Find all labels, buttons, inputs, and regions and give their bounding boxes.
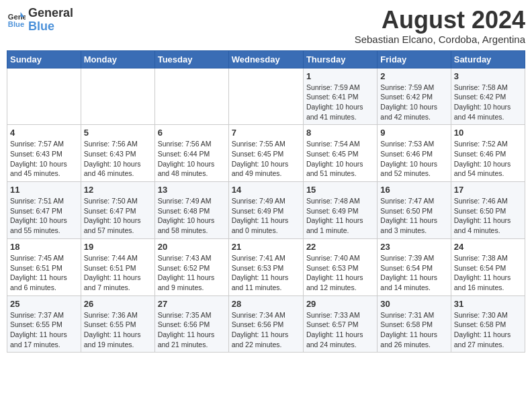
calendar-cell: 19Sunrise: 7:44 AM Sunset: 6:51 PM Dayli… [81,238,154,295]
day-info: Sunrise: 7:55 AM Sunset: 6:45 PM Dayligh… [232,139,300,179]
day-number: 27 [158,299,226,309]
calendar-cell: 16Sunrise: 7:47 AM Sunset: 6:50 PM Dayli… [378,182,451,239]
day-info: Sunrise: 7:49 AM Sunset: 6:49 PM Dayligh… [232,196,300,236]
calendar-cell [228,68,303,125]
day-number: 30 [380,299,447,309]
day-number: 15 [306,185,374,195]
day-number: 23 [380,242,447,252]
weekday-monday: Monday [81,50,154,68]
day-info: Sunrise: 7:51 AM Sunset: 6:47 PM Dayligh… [10,196,78,236]
day-number: 28 [232,299,300,309]
calendar-week-3: 11Sunrise: 7:51 AM Sunset: 6:47 PM Dayli… [7,182,525,239]
day-number: 10 [454,128,522,138]
day-info: Sunrise: 7:59 AM Sunset: 6:42 PM Dayligh… [380,83,447,122]
day-info: Sunrise: 7:39 AM Sunset: 6:54 PM Dayligh… [380,253,447,293]
day-number: 13 [158,185,226,195]
calendar-cell: 2Sunrise: 7:59 AM Sunset: 6:42 PM Daylig… [378,68,451,125]
page-header: General Blue General Blue August 2024 Se… [7,7,525,45]
calendar-cell: 9Sunrise: 7:53 AM Sunset: 6:46 PM Daylig… [378,125,451,182]
calendar-cell: 14Sunrise: 7:49 AM Sunset: 6:49 PM Dayli… [228,182,303,239]
calendar-cell: 7Sunrise: 7:55 AM Sunset: 6:45 PM Daylig… [228,125,303,182]
calendar-table: SundayMondayTuesdayWednesdayThursdayFrid… [7,50,525,353]
day-info: Sunrise: 7:41 AM Sunset: 6:53 PM Dayligh… [232,253,300,293]
calendar-cell: 6Sunrise: 7:56 AM Sunset: 6:44 PM Daylig… [154,125,228,182]
calendar-cell: 20Sunrise: 7:43 AM Sunset: 6:52 PM Dayli… [154,238,228,295]
day-number: 21 [232,242,300,252]
day-number: 4 [10,128,78,138]
month-year-title: August 2024 [355,7,525,34]
day-number: 5 [84,128,152,138]
day-info: Sunrise: 7:34 AM Sunset: 6:56 PM Dayligh… [232,310,300,350]
day-number: 1 [306,71,374,81]
calendar-cell: 1Sunrise: 7:59 AM Sunset: 6:41 PM Daylig… [303,68,377,125]
day-info: Sunrise: 7:30 AM Sunset: 6:58 PM Dayligh… [454,310,522,350]
calendar-cell: 23Sunrise: 7:39 AM Sunset: 6:54 PM Dayli… [378,238,451,295]
day-number: 29 [306,299,374,309]
calendar-week-5: 25Sunrise: 7:37 AM Sunset: 6:55 PM Dayli… [7,295,525,353]
day-info: Sunrise: 7:53 AM Sunset: 6:46 PM Dayligh… [380,139,447,179]
weekday-sunday: Sunday [7,50,81,68]
calendar-body: 1Sunrise: 7:59 AM Sunset: 6:41 PM Daylig… [7,68,525,353]
calendar-cell: 22Sunrise: 7:40 AM Sunset: 6:53 PM Dayli… [303,238,377,295]
logo-icon: General Blue [7,11,26,30]
day-info: Sunrise: 7:43 AM Sunset: 6:52 PM Dayligh… [158,253,226,293]
day-info: Sunrise: 7:54 AM Sunset: 6:45 PM Dayligh… [306,139,374,179]
day-info: Sunrise: 7:44 AM Sunset: 6:51 PM Dayligh… [84,253,152,293]
day-number: 9 [380,128,447,138]
weekday-tuesday: Tuesday [154,50,228,68]
day-number: 14 [232,185,300,195]
weekday-header-row: SundayMondayTuesdayWednesdayThursdayFrid… [7,50,525,68]
day-info: Sunrise: 7:56 AM Sunset: 6:44 PM Dayligh… [158,139,226,179]
day-number: 12 [84,185,152,195]
logo: General Blue General Blue [7,7,73,34]
day-number: 8 [306,128,374,138]
day-number: 16 [380,185,447,195]
day-number: 6 [158,128,226,138]
day-number: 24 [454,242,522,252]
calendar-cell: 13Sunrise: 7:49 AM Sunset: 6:48 PM Dayli… [154,182,228,239]
day-info: Sunrise: 7:46 AM Sunset: 6:50 PM Dayligh… [454,196,522,236]
day-info: Sunrise: 7:50 AM Sunset: 6:47 PM Dayligh… [84,196,152,236]
day-number: 11 [10,185,78,195]
weekday-thursday: Thursday [303,50,377,68]
weekday-saturday: Saturday [451,50,525,68]
calendar-cell: 8Sunrise: 7:54 AM Sunset: 6:45 PM Daylig… [303,125,377,182]
day-info: Sunrise: 7:52 AM Sunset: 6:46 PM Dayligh… [454,139,522,179]
title-block: August 2024 Sebastian Elcano, Cordoba, A… [355,7,525,45]
day-info: Sunrise: 7:36 AM Sunset: 6:55 PM Dayligh… [84,310,152,350]
day-info: Sunrise: 7:59 AM Sunset: 6:41 PM Dayligh… [306,83,374,122]
day-number: 31 [454,299,522,309]
day-info: Sunrise: 7:49 AM Sunset: 6:48 PM Dayligh… [158,196,226,236]
day-number: 7 [232,128,300,138]
weekday-friday: Friday [378,50,451,68]
day-number: 25 [10,299,78,309]
calendar-cell: 21Sunrise: 7:41 AM Sunset: 6:53 PM Dayli… [228,238,303,295]
calendar-cell: 24Sunrise: 7:38 AM Sunset: 6:54 PM Dayli… [451,238,525,295]
day-info: Sunrise: 7:38 AM Sunset: 6:54 PM Dayligh… [454,253,522,293]
day-number: 2 [380,71,447,81]
calendar-cell [154,68,228,125]
calendar-cell [7,68,81,125]
location-subtitle: Sebastian Elcano, Cordoba, Argentina [355,34,525,45]
day-number: 26 [84,299,152,309]
day-number: 20 [158,242,226,252]
weekday-wednesday: Wednesday [228,50,303,68]
calendar-cell: 28Sunrise: 7:34 AM Sunset: 6:56 PM Dayli… [228,295,303,353]
day-info: Sunrise: 7:57 AM Sunset: 6:43 PM Dayligh… [10,139,78,179]
calendar-cell: 5Sunrise: 7:56 AM Sunset: 6:43 PM Daylig… [81,125,154,182]
day-number: 18 [10,242,78,252]
calendar-cell: 27Sunrise: 7:35 AM Sunset: 6:56 PM Dayli… [154,295,228,353]
calendar-week-2: 4Sunrise: 7:57 AM Sunset: 6:43 PM Daylig… [7,125,525,182]
day-number: 3 [454,71,522,81]
calendar-cell: 30Sunrise: 7:31 AM Sunset: 6:58 PM Dayli… [378,295,451,353]
day-number: 22 [306,242,374,252]
calendar-cell: 12Sunrise: 7:50 AM Sunset: 6:47 PM Dayli… [81,182,154,239]
calendar-cell: 29Sunrise: 7:33 AM Sunset: 6:57 PM Dayli… [303,295,377,353]
calendar-cell [81,68,154,125]
day-info: Sunrise: 7:45 AM Sunset: 6:51 PM Dayligh… [10,253,78,293]
logo-text: General Blue [28,7,73,34]
calendar-week-4: 18Sunrise: 7:45 AM Sunset: 6:51 PM Dayli… [7,238,525,295]
svg-text:Blue: Blue [8,20,24,28]
calendar-cell: 17Sunrise: 7:46 AM Sunset: 6:50 PM Dayli… [451,182,525,239]
day-number: 19 [84,242,152,252]
